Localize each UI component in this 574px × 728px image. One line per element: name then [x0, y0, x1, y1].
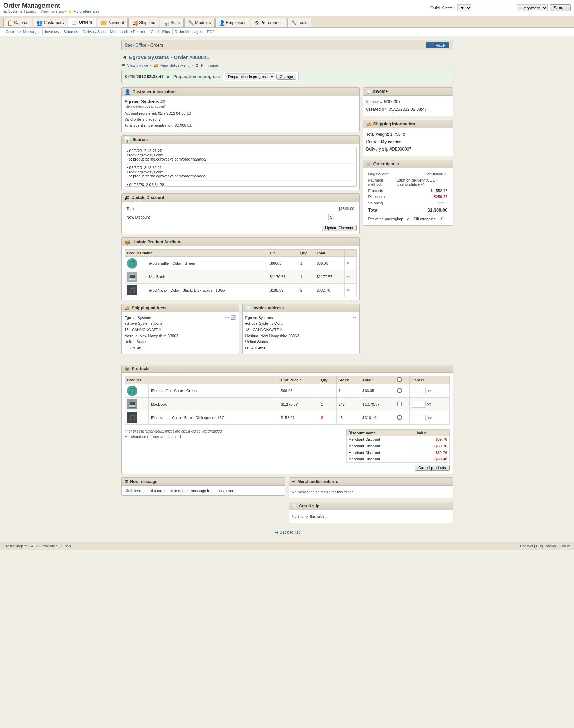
nav-tab-shipping[interactable]: 🚚Shipping [128, 18, 159, 27]
help-button[interactable]: ❓ HELP [426, 42, 449, 48]
customer-details: Account registered: 02/7/2012 04:58:10 V… [125, 110, 357, 129]
shipping-info-body: Total weight: 1.750 lb Carrier: My carri… [363, 128, 453, 156]
subnav-credit-slips[interactable]: Credit Slips [148, 29, 172, 35]
main-nav: 📋Catalog 👥Customers 🛒Orders 💳Payment 🚚Sh… [0, 16, 574, 28]
credit-slip-section: 🧾 Credit slip No slip for this order. [289, 502, 453, 523]
invoice-addr-edit-icon[interactable]: ✏ [353, 315, 357, 320]
subnav-order-messages[interactable]: Order Messages [173, 29, 205, 35]
returns-disabled: Merchandise returns are disabled [125, 435, 343, 439]
delivery-icon: 🚚 [154, 63, 158, 67]
nav-tab-payment[interactable]: 💳Payment [97, 18, 128, 27]
print-link[interactable]: Print page [201, 63, 218, 67]
nav-tab-preferences[interactable]: ⚙Preferences [251, 18, 286, 27]
subnav-pdf[interactable]: PDF [205, 29, 217, 35]
col-checkbox [395, 376, 409, 384]
edit-icon-2[interactable]: ✏ [347, 274, 350, 279]
product-image-2: 💻 [127, 272, 137, 282]
nav-tab-employees[interactable]: 👤Employees [215, 18, 250, 27]
nav-tab-stats[interactable]: 📊Stats [160, 18, 184, 27]
discount-new-label: New Discount [125, 213, 235, 222]
product-name-cell-3: iPod Nano - Color : Black, Disk space : … [147, 283, 267, 297]
update-discount-button[interactable]: Update Discount [322, 225, 356, 231]
prod-img-1: 🎵 [125, 384, 149, 398]
prod-checkbox-3[interactable] [395, 411, 409, 425]
source-to-1: To: productdemo.egrovesys.com/ordermanag… [127, 157, 354, 161]
subnav-delivery-slips[interactable]: Delivery Slips [80, 29, 108, 35]
shipping-addr-street: 134 CANNONGATE III [125, 327, 178, 333]
shipping-carrier-row: Carrier: My carrier [366, 138, 450, 146]
invoice-address-col: 🧾 Invoice address Egrove Systems eGrove … [242, 304, 360, 358]
total-label: Total [366, 206, 395, 214]
nav-tab-tools[interactable]: 🔨Tools [287, 18, 311, 27]
footer-forum-link[interactable]: Forum [560, 544, 571, 548]
new-message-icon: ✉ [125, 479, 128, 484]
breadcrumb-separator: › [148, 43, 149, 48]
new-message-body: Click here to add a comment or send a me… [122, 486, 285, 495]
cancel-input-2[interactable] [412, 401, 426, 408]
nav-tab-modules[interactable]: 🔧Modules [184, 18, 214, 27]
nav-tab-catalog[interactable]: 📋Catalog [3, 18, 32, 27]
product-checkbox-3[interactable] [397, 415, 402, 420]
product-edit-2[interactable]: ✏ [345, 270, 356, 283]
select-all-checkbox[interactable] [397, 377, 402, 382]
product-checkbox-1[interactable] [397, 388, 402, 393]
prod-stock-1: 14 [336, 384, 360, 398]
shipping-addr-refresh-icon[interactable]: 🔄 [230, 315, 236, 320]
nav-tab-orders[interactable]: 🛒Orders [68, 18, 96, 27]
footer-bugtracker-link[interactable]: Bug Tracker [536, 544, 556, 548]
footer-contact-link[interactable]: Contact [520, 544, 533, 548]
product-image-1: 🎵 [127, 258, 137, 269]
sources-body: • 05/6/2012 13:21:22 From: egrovesys.com… [122, 144, 359, 190]
order-title-row: ◄ Egrove Systems - Order #000011 [121, 54, 453, 60]
cancel-input-1[interactable] [412, 388, 426, 394]
view-shop-link[interactable]: View my shop [40, 9, 64, 13]
discount-amount-input[interactable] [334, 214, 354, 221]
change-status-button[interactable]: Change [276, 74, 296, 80]
prod-image-3: 🎵 [127, 412, 137, 423]
quick-access-select[interactable]: ▼ [457, 4, 471, 11]
sources-scroll[interactable]: • 05/6/2012 13:21:22 From: egrovesys.com… [125, 147, 357, 187]
breadcrumb-back-office[interactable]: Back Office [125, 43, 146, 48]
product-edit-3[interactable]: ✏ [345, 283, 356, 297]
merchandise-returns-title: Merchandise returns [298, 479, 338, 484]
status-arrow-icon: ➤ [166, 74, 171, 79]
view-delivery-link[interactable]: View delivery slip [160, 63, 189, 67]
cancel-input-3[interactable] [412, 415, 426, 421]
product-attr-icon: 📦 [125, 239, 130, 245]
new-message-link[interactable]: Click here [125, 488, 143, 493]
bottom-right-col: ↩ Merchandise returns No merchandise ret… [289, 477, 453, 526]
subnav-statuses[interactable]: Statuses [61, 29, 80, 35]
col-up: UP [267, 249, 298, 256]
my-prefs-link[interactable]: ⭐ My preferences [68, 9, 100, 13]
subnav-customer-messages[interactable]: Customer Messages [3, 29, 43, 35]
search-button[interactable]: Search [550, 4, 571, 11]
subnav-merchandise-returns[interactable]: Merchandise Returns [108, 29, 149, 35]
search-input[interactable] [474, 5, 515, 11]
table-row: 🎵 iPod Nano - Color : Black, Disk space … [125, 283, 356, 297]
edit-icon-3[interactable]: ✏ [347, 288, 350, 292]
product-img-cell-3: 🎵 [125, 283, 147, 297]
order-title: Egrove Systems - Order #000011 [129, 54, 209, 60]
breadcrumb-site[interactable]: E. Systems [3, 9, 23, 13]
everywhere-select[interactable]: Everywhere [517, 4, 548, 11]
discount-name-2: Merchant Discount [346, 443, 415, 449]
edit-icon-1[interactable]: ✏ [347, 261, 350, 265]
shipping-info-icon: 🚚 [366, 122, 371, 126]
subnav-invoices[interactable]: Invoices [43, 29, 61, 35]
product-edit-1[interactable]: ✏ [345, 256, 356, 270]
logout-link[interactable]: Logout [26, 9, 38, 13]
status-select[interactable]: Preparation in progress [225, 73, 275, 80]
prod-checkbox-2[interactable] [395, 398, 409, 411]
prod-checkbox-1[interactable] [395, 384, 409, 398]
product-checkbox-2[interactable] [397, 402, 402, 406]
product-total-2: $1170.57 [314, 270, 344, 283]
view-invoice-link[interactable]: View invoice [127, 63, 148, 67]
cancel-products-button[interactable]: Cancel products [415, 465, 450, 471]
click-here-label: Click here [125, 488, 142, 493]
cancel-label-3: 0/2 [427, 416, 432, 420]
back-to-list-link[interactable]: ◄ Back to list [121, 530, 453, 535]
footer-right: Contact | Bug Tracker | Forum [520, 544, 571, 548]
nav-tab-customers[interactable]: 👥Customers [33, 18, 67, 27]
shipping-addr-edit-icon[interactable]: ✏ [225, 315, 229, 320]
product-attribute-table: Product Name UP Qty Total 🎵 [125, 249, 357, 297]
